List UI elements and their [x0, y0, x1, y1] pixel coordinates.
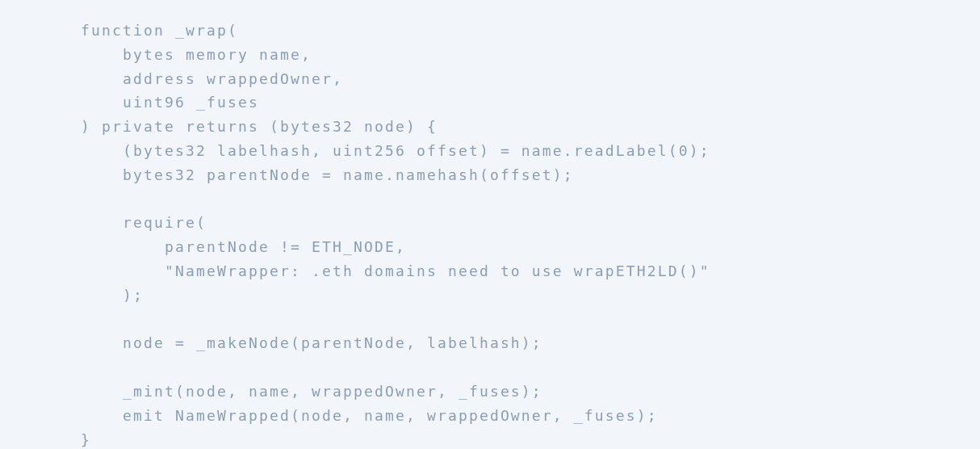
code-content: function _wrap( bytes memory name, addre…	[81, 22, 710, 448]
code-block: function _wrap( bytes memory name, addre…	[81, 19, 980, 449]
